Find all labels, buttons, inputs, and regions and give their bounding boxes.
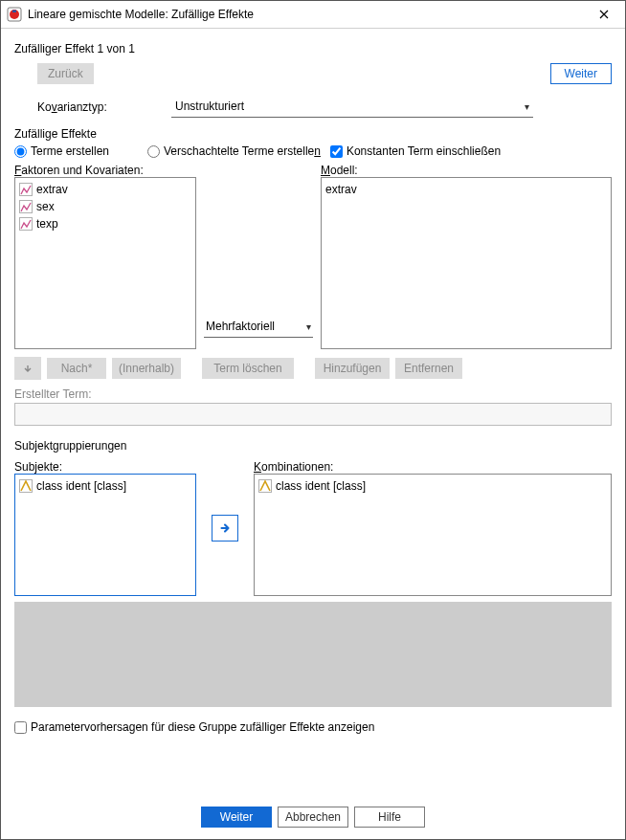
app-icon [7,7,22,22]
nest-button[interactable]: Nach* [47,358,106,379]
include-intercept-checkbox[interactable]: Konstanten Term einschließen [330,144,501,158]
add-term-button[interactable]: Hinzufügen [315,358,390,379]
list-item[interactable]: texp [19,215,191,232]
move-down-button[interactable] [14,357,41,380]
titlebar: Lineare gemischte Modelle: Zufällige Eff… [1,1,625,29]
nominal-icon [19,479,33,493]
combinations-listbox[interactable]: class ident [class] [254,474,612,596]
interaction-type-dropdown[interactable]: Mehrfaktoriell ▾ [204,316,313,338]
combinations-label: Kombinationen: [254,460,612,474]
window-title: Lineare gemischte Modelle: Zufällige Eff… [28,8,589,21]
move-right-button[interactable] [212,515,238,542]
scale-icon [19,183,33,196]
radio-nested-terms-input[interactable] [147,145,160,158]
model-listbox[interactable]: extrav [321,177,612,349]
interaction-type-value: Mehrfaktoriell [206,320,275,333]
covariance-type-label: Kovarianztyp: [14,100,171,114]
within-button[interactable]: (Innerhalb) [112,358,181,379]
disabled-panel [14,602,612,707]
model-label: Modell: [321,164,612,177]
back-button[interactable]: Zurück [37,63,94,84]
show-predictions-input[interactable] [14,721,27,734]
remove-term-button[interactable]: Entfernen [395,358,462,379]
scale-icon [19,200,33,213]
radio-build-terms[interactable]: Terme erstellen [14,144,109,158]
radio-nested-terms[interactable]: Verschachtelte Terme erstellen [147,144,321,158]
chevron-down-icon: ▾ [525,101,529,112]
random-effects-section-label: Zufällige Effekte [14,127,612,141]
covariance-type-dropdown[interactable]: Unstrukturiert ▾ [171,96,533,118]
next-button[interactable]: Weiter [550,63,612,84]
list-item[interactable]: sex [19,198,191,215]
dialog-content: Zufälliger Effekt 1 von 1 Zurück Weiter … [1,29,625,795]
svg-rect-2 [12,11,16,12]
subjects-listbox[interactable]: class ident [class] [14,474,196,596]
scale-icon [19,217,33,231]
cancel-button[interactable]: Abbrechen [278,807,348,828]
nominal-icon [258,479,272,493]
dialog-window: Lineare gemischte Modelle: Zufällige Eff… [0,0,626,840]
list-item[interactable]: extrav [325,181,607,198]
dialog-footer: Weiter Abbrechen Hilfe [1,795,625,839]
continue-button[interactable]: Weiter [201,807,272,828]
list-item[interactable]: class ident [class] [258,477,607,495]
factors-label: Faktoren und Kovariaten: [14,164,196,177]
built-term-input[interactable] [14,403,612,426]
subject-groupings-label: Subjektgruppierungen [14,439,612,453]
built-term-label: Erstellter Term: [14,387,612,401]
help-button[interactable]: Hilfe [354,807,425,828]
show-predictions-checkbox[interactable]: Parametervorhersagen für diese Gruppe zu… [14,720,612,734]
covariance-type-value: Unstrukturiert [175,99,244,113]
factors-listbox[interactable]: extrav sex texp [14,177,196,349]
clear-term-button[interactable]: Term löschen [202,358,294,379]
close-button[interactable] [589,1,619,28]
effect-counter: Zufälliger Effekt 1 von 1 [14,42,612,55]
radio-build-terms-input[interactable] [14,145,27,158]
subjects-label: Subjekte: [14,460,196,474]
list-item[interactable]: extrav [19,181,191,198]
chevron-down-icon: ▾ [306,321,311,332]
list-item[interactable]: class ident [class] [19,477,191,495]
include-intercept-input[interactable] [330,145,343,158]
